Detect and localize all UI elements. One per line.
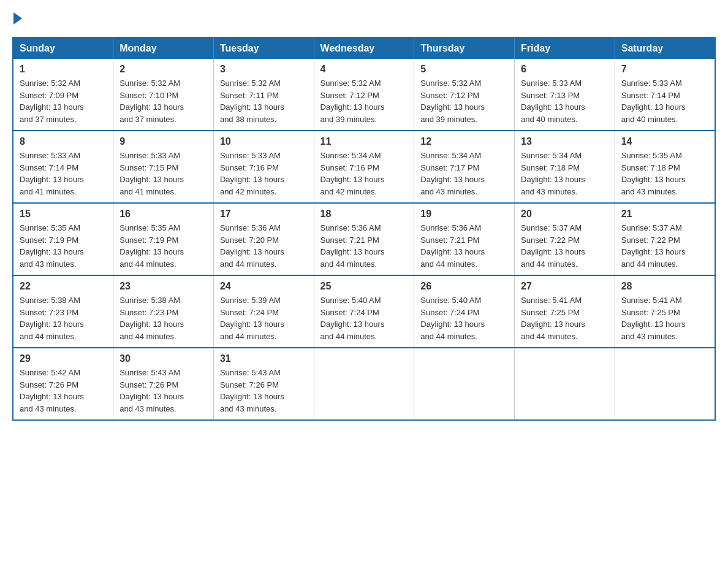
day-number: 23 [119, 281, 207, 292]
calendar-cell: 16 Sunrise: 5:35 AM Sunset: 7:19 PM Dayl… [113, 203, 214, 275]
calendar-week-3: 15 Sunrise: 5:35 AM Sunset: 7:19 PM Dayl… [13, 203, 715, 275]
calendar-cell [515, 348, 615, 420]
calendar-cell: 9 Sunrise: 5:33 AM Sunset: 7:15 PM Dayli… [113, 131, 214, 203]
day-info: Sunrise: 5:42 AM Sunset: 7:26 PM Dayligh… [20, 367, 107, 415]
day-number: 20 [521, 209, 609, 220]
calendar-cell: 31 Sunrise: 5:43 AM Sunset: 7:26 PM Dayl… [213, 348, 314, 420]
day-info: Sunrise: 5:37 AM Sunset: 7:22 PM Dayligh… [621, 222, 708, 270]
weekday-header-sunday: Sunday [13, 37, 113, 59]
calendar-cell: 19 Sunrise: 5:36 AM Sunset: 7:21 PM Dayl… [414, 203, 515, 275]
weekday-header-friday: Friday [515, 37, 615, 59]
calendar-cell: 24 Sunrise: 5:39 AM Sunset: 7:24 PM Dayl… [213, 275, 314, 348]
calendar-cell: 20 Sunrise: 5:37 AM Sunset: 7:22 PM Dayl… [515, 203, 615, 275]
calendar-week-4: 22 Sunrise: 5:38 AM Sunset: 7:23 PM Dayl… [13, 275, 715, 348]
calendar-cell: 10 Sunrise: 5:33 AM Sunset: 7:16 PM Dayl… [213, 131, 314, 203]
calendar-cell: 26 Sunrise: 5:40 AM Sunset: 7:24 PM Dayl… [414, 275, 515, 348]
calendar-cell: 25 Sunrise: 5:40 AM Sunset: 7:24 PM Dayl… [314, 275, 414, 348]
calendar-header-row: SundayMondayTuesdayWednesdayThursdayFrid… [13, 37, 715, 59]
calendar-cell: 17 Sunrise: 5:36 AM Sunset: 7:20 PM Dayl… [213, 203, 314, 275]
calendar-cell: 8 Sunrise: 5:33 AM Sunset: 7:14 PM Dayli… [13, 131, 113, 203]
calendar-table: SundayMondayTuesdayWednesdayThursdayFrid… [12, 37, 716, 421]
calendar-cell: 3 Sunrise: 5:32 AM Sunset: 7:11 PM Dayli… [213, 59, 314, 131]
weekday-header-thursday: Thursday [414, 37, 515, 59]
day-number: 25 [320, 281, 408, 292]
day-info: Sunrise: 5:32 AM Sunset: 7:09 PM Dayligh… [20, 77, 107, 125]
calendar-cell: 30 Sunrise: 5:43 AM Sunset: 7:26 PM Dayl… [113, 348, 214, 420]
day-number: 17 [220, 209, 308, 220]
calendar-cell: 6 Sunrise: 5:33 AM Sunset: 7:13 PM Dayli… [515, 59, 615, 131]
day-info: Sunrise: 5:41 AM Sunset: 7:25 PM Dayligh… [621, 294, 708, 342]
calendar-cell: 14 Sunrise: 5:35 AM Sunset: 7:18 PM Dayl… [615, 131, 715, 203]
day-info: Sunrise: 5:38 AM Sunset: 7:23 PM Dayligh… [20, 294, 107, 342]
weekday-header-wednesday: Wednesday [314, 37, 414, 59]
day-info: Sunrise: 5:36 AM Sunset: 7:21 PM Dayligh… [320, 222, 408, 270]
day-number: 8 [20, 136, 107, 147]
day-number: 14 [621, 136, 708, 147]
day-number: 3 [220, 64, 308, 75]
day-number: 15 [20, 209, 107, 220]
day-info: Sunrise: 5:35 AM Sunset: 7:18 PM Dayligh… [621, 150, 708, 197]
calendar-cell: 29 Sunrise: 5:42 AM Sunset: 7:26 PM Dayl… [13, 348, 113, 420]
day-number: 27 [521, 281, 609, 292]
day-info: Sunrise: 5:34 AM Sunset: 7:18 PM Dayligh… [521, 150, 609, 197]
day-info: Sunrise: 5:43 AM Sunset: 7:26 PM Dayligh… [119, 367, 207, 415]
day-number: 18 [320, 209, 408, 220]
weekday-header-monday: Monday [113, 37, 214, 59]
day-info: Sunrise: 5:36 AM Sunset: 7:20 PM Dayligh… [220, 222, 308, 270]
weekday-header-saturday: Saturday [615, 37, 715, 59]
calendar-cell: 27 Sunrise: 5:41 AM Sunset: 7:25 PM Dayl… [515, 275, 615, 348]
day-info: Sunrise: 5:33 AM Sunset: 7:16 PM Dayligh… [220, 150, 308, 197]
page-header [12, 12, 716, 25]
calendar-cell: 28 Sunrise: 5:41 AM Sunset: 7:25 PM Dayl… [615, 275, 715, 348]
weekday-header-tuesday: Tuesday [213, 37, 314, 59]
day-number: 10 [220, 136, 308, 147]
day-info: Sunrise: 5:33 AM Sunset: 7:14 PM Dayligh… [20, 150, 107, 197]
day-info: Sunrise: 5:32 AM Sunset: 7:12 PM Dayligh… [420, 77, 508, 125]
logo-arrow-icon [13, 12, 22, 25]
day-number: 19 [420, 209, 508, 220]
day-info: Sunrise: 5:41 AM Sunset: 7:25 PM Dayligh… [521, 294, 609, 342]
day-number: 7 [621, 64, 708, 75]
calendar-cell: 7 Sunrise: 5:33 AM Sunset: 7:14 PM Dayli… [615, 59, 715, 131]
day-number: 31 [220, 353, 308, 364]
day-info: Sunrise: 5:32 AM Sunset: 7:11 PM Dayligh… [220, 77, 308, 125]
day-info: Sunrise: 5:34 AM Sunset: 7:17 PM Dayligh… [420, 150, 508, 197]
day-info: Sunrise: 5:39 AM Sunset: 7:24 PM Dayligh… [220, 294, 308, 342]
day-info: Sunrise: 5:34 AM Sunset: 7:16 PM Dayligh… [320, 150, 408, 197]
day-number: 11 [320, 136, 408, 147]
day-info: Sunrise: 5:35 AM Sunset: 7:19 PM Dayligh… [119, 222, 207, 270]
day-number: 13 [521, 136, 609, 147]
day-number: 2 [119, 64, 207, 75]
day-info: Sunrise: 5:32 AM Sunset: 7:12 PM Dayligh… [320, 77, 408, 125]
calendar-cell: 1 Sunrise: 5:32 AM Sunset: 7:09 PM Dayli… [13, 59, 113, 131]
calendar-cell: 12 Sunrise: 5:34 AM Sunset: 7:17 PM Dayl… [414, 131, 515, 203]
day-number: 5 [420, 64, 508, 75]
day-number: 28 [621, 281, 708, 292]
day-info: Sunrise: 5:43 AM Sunset: 7:26 PM Dayligh… [220, 367, 308, 415]
day-number: 21 [621, 209, 708, 220]
day-number: 24 [220, 281, 308, 292]
calendar-cell: 13 Sunrise: 5:34 AM Sunset: 7:18 PM Dayl… [515, 131, 615, 203]
day-number: 30 [119, 353, 207, 364]
day-number: 1 [20, 64, 107, 75]
calendar-cell: 22 Sunrise: 5:38 AM Sunset: 7:23 PM Dayl… [13, 275, 113, 348]
calendar-cell: 2 Sunrise: 5:32 AM Sunset: 7:10 PM Dayli… [113, 59, 214, 131]
calendar-week-5: 29 Sunrise: 5:42 AM Sunset: 7:26 PM Dayl… [13, 348, 715, 420]
day-info: Sunrise: 5:33 AM Sunset: 7:13 PM Dayligh… [521, 77, 609, 125]
calendar-week-2: 8 Sunrise: 5:33 AM Sunset: 7:14 PM Dayli… [13, 131, 715, 203]
day-info: Sunrise: 5:33 AM Sunset: 7:15 PM Dayligh… [119, 150, 207, 197]
day-info: Sunrise: 5:40 AM Sunset: 7:24 PM Dayligh… [320, 294, 408, 342]
day-info: Sunrise: 5:33 AM Sunset: 7:14 PM Dayligh… [621, 77, 708, 125]
calendar-cell: 18 Sunrise: 5:36 AM Sunset: 7:21 PM Dayl… [314, 203, 414, 275]
calendar-cell [314, 348, 414, 420]
day-number: 22 [20, 281, 107, 292]
day-number: 26 [420, 281, 508, 292]
day-info: Sunrise: 5:36 AM Sunset: 7:21 PM Dayligh… [420, 222, 508, 270]
calendar-cell: 21 Sunrise: 5:37 AM Sunset: 7:22 PM Dayl… [615, 203, 715, 275]
day-number: 29 [20, 353, 107, 364]
calendar-cell: 15 Sunrise: 5:35 AM Sunset: 7:19 PM Dayl… [13, 203, 113, 275]
day-info: Sunrise: 5:40 AM Sunset: 7:24 PM Dayligh… [420, 294, 508, 342]
day-info: Sunrise: 5:38 AM Sunset: 7:23 PM Dayligh… [119, 294, 207, 342]
calendar-cell: 23 Sunrise: 5:38 AM Sunset: 7:23 PM Dayl… [113, 275, 214, 348]
day-number: 12 [420, 136, 508, 147]
